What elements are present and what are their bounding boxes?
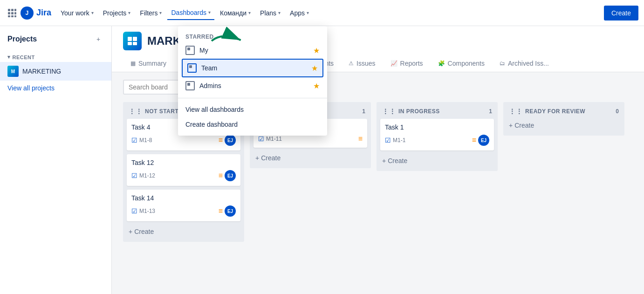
svg-text:J: J: [26, 10, 29, 16]
priority-icon: ≡: [358, 135, 363, 143]
column-count: 0: [616, 108, 619, 115]
column-in-progress-2: ⋮⋮ IN PROGRESS 1 Task 1 ☑ M1-1: [377, 102, 498, 171]
project-avatar: M: [7, 66, 19, 77]
archived-icon: 🗂: [500, 60, 505, 67]
dropdown-divider: [178, 98, 327, 98]
dashboard-icon: [187, 63, 197, 73]
dropdown-item-team[interactable]: Team ★: [182, 59, 323, 77]
svg-rect-4: [11, 12, 14, 14]
checkbox-icon: ☑: [131, 207, 137, 215]
card-footer: ☑ M1-8 ≡ EJ: [131, 135, 236, 146]
avatar: EJ: [225, 135, 236, 146]
column-count: 1: [489, 108, 492, 115]
sidebar: Projects + ▾ RECENT M MARKETING View all…: [0, 26, 112, 294]
grid-icon[interactable]: [6, 7, 19, 20]
svg-rect-0: [8, 9, 10, 11]
tab-reports[interactable]: 📈 Reports: [383, 56, 431, 72]
create-card-button[interactable]: + Create: [253, 151, 367, 164]
card-footer: ☑ M1-12 ≡ EJ: [131, 170, 236, 181]
logo-text: Jira: [36, 8, 51, 18]
card-title: Task 1: [385, 123, 489, 131]
column-dots-icon: ⋮⋮: [382, 108, 396, 115]
nav-teams[interactable]: Команди ▾: [216, 7, 254, 20]
svg-rect-3: [8, 12, 10, 14]
svg-rect-2: [14, 9, 16, 11]
create-card-button[interactable]: + Create: [127, 225, 240, 238]
card-title: Task 14: [131, 194, 236, 202]
tab-issues[interactable]: ⚠ Issues: [341, 56, 383, 72]
summary-icon: ▦: [130, 60, 136, 67]
card-title: Task 12: [131, 159, 236, 166]
chevron-icon: ▾: [91, 10, 94, 15]
reports-icon: 📈: [391, 60, 397, 67]
card-id: ☑ M1-1: [385, 137, 405, 144]
nav-apps[interactable]: Apps ▾: [286, 7, 313, 20]
svg-rect-14: [133, 42, 137, 45]
create-card-button[interactable]: + Create: [380, 154, 494, 167]
checkbox-icon: ☑: [131, 172, 137, 179]
column-count: 1: [362, 108, 365, 115]
chevron-icon: ▾: [248, 10, 251, 15]
svg-rect-11: [128, 37, 132, 41]
card-id: ☑ M1-8: [131, 137, 152, 144]
top-nav: J Jira Your work ▾ Projects ▾ Filters ▾ …: [0, 0, 644, 26]
column-ready-for-review: ⋮⋮ READY FOR REVIEW 0 + Create: [503, 102, 624, 136]
card-id: ☑ M1-13: [131, 207, 155, 215]
checkbox-icon: ☑: [258, 135, 264, 143]
card-footer: ☑ M1-11 ≡: [258, 135, 363, 143]
dropdown-item-my[interactable]: My ★: [178, 42, 327, 59]
star-icon: ★: [311, 64, 318, 73]
column-header-in-progress-2: ⋮⋮ IN PROGRESS 1: [380, 106, 494, 119]
card-task1-m1-1[interactable]: Task 1 ☑ M1-1 ≡ EJ: [380, 119, 494, 150]
card-task12[interactable]: Task 12 ☑ M1-12 ≡ EJ: [127, 154, 240, 186]
create-card-button[interactable]: + Create: [507, 119, 621, 132]
nav-dashboards[interactable]: Dashboards ▾: [167, 6, 214, 20]
dashboard-icon: [185, 81, 195, 90]
plus-icon: +: [509, 122, 513, 129]
column-dots-icon: ⋮⋮: [129, 108, 142, 115]
nav-plans[interactable]: Plans ▾: [256, 7, 284, 20]
svg-rect-13: [128, 42, 132, 45]
chevron-icon: ▾: [307, 10, 309, 15]
priority-icon: ≡: [219, 136, 223, 144]
svg-rect-8: [14, 15, 16, 17]
card-footer: ☑ M1-13 ≡ EJ: [131, 205, 236, 217]
nav-filters[interactable]: Filters ▾: [136, 7, 165, 20]
priority-icon: ≡: [219, 171, 223, 180]
chevron-icon: ▾: [159, 10, 162, 15]
svg-rect-12: [133, 37, 137, 41]
dashboards-dropdown: Starred My ★ Team ★ Admins ★ View all da…: [178, 26, 327, 136]
dropdown-item-admins[interactable]: Admins ★: [178, 77, 327, 94]
plus-icon: +: [382, 157, 386, 164]
sidebar-item-marketing[interactable]: M MARKETING: [0, 62, 111, 81]
avatar: EJ: [225, 205, 236, 217]
svg-rect-7: [11, 15, 14, 17]
jira-logo[interactable]: J Jira: [21, 7, 51, 20]
view-all-projects-link[interactable]: View all projects: [0, 81, 111, 96]
components-icon: 🧩: [438, 60, 445, 67]
nav-projects[interactable]: Projects ▾: [99, 7, 135, 20]
svg-rect-1: [11, 9, 14, 11]
card-footer: ☑ M1-1 ≡ EJ: [385, 135, 489, 146]
nav-your-work[interactable]: Your work ▾: [57, 7, 97, 20]
view-all-dashboards-link[interactable]: View all dashboards: [178, 102, 327, 117]
create-button[interactable]: Create: [604, 6, 638, 21]
sidebar-recent-label[interactable]: ▾ RECENT: [0, 50, 111, 62]
add-project-button[interactable]: +: [93, 34, 104, 45]
create-dashboard-link[interactable]: Create dashboard: [178, 117, 327, 132]
dashboard-icon: [185, 46, 195, 55]
column-title: ⋮⋮ IN PROGRESS: [382, 108, 440, 115]
chevron-icon: ▾: [208, 10, 211, 15]
tab-components[interactable]: 🧩 Components: [431, 56, 492, 72]
svg-rect-6: [8, 15, 10, 17]
card-task14[interactable]: Task 14 ☑ M1-13 ≡ EJ: [127, 190, 240, 221]
card-id: ☑ M1-11: [258, 135, 282, 143]
issues-icon: ⚠: [349, 60, 354, 67]
avatar: EJ: [478, 135, 489, 146]
chevron-icon: ▾: [278, 10, 281, 15]
chevron-icon: ▾: [128, 10, 130, 15]
tab-summary[interactable]: ▦ Summary: [123, 56, 174, 72]
column-title: ⋮⋮ READY FOR REVIEW: [509, 108, 585, 115]
sidebar-title: Projects: [7, 35, 37, 43]
tab-archived[interactable]: 🗂 Archived Iss...: [492, 56, 556, 72]
